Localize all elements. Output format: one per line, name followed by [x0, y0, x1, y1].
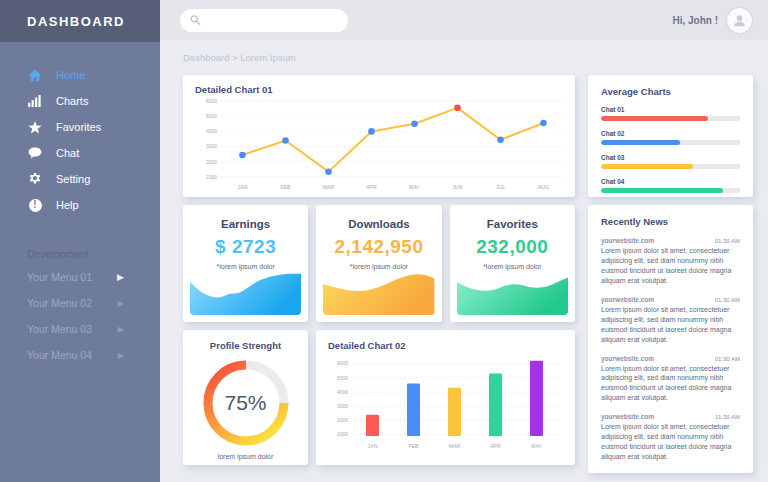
svg-text:6000: 6000: [337, 360, 348, 366]
progress-label: Chat 02: [601, 130, 740, 137]
svg-text:JAN: JAN: [238, 184, 248, 190]
search-box: [180, 9, 348, 32]
progress-bar: [601, 140, 740, 145]
svg-text:JAN: JAN: [368, 443, 378, 449]
svg-text:APR: APR: [366, 184, 377, 190]
main-area: Hi, John ! Dashboard > Lorem Ipsum Detai…: [160, 0, 768, 482]
sidebar-item-help[interactable]: ! Help: [0, 192, 160, 218]
app-title: DASHBOARD: [27, 14, 125, 29]
svg-text:6000: 6000: [206, 98, 217, 104]
sidebar-item-your-menu-01[interactable]: Your Menu 01 ▶: [0, 264, 160, 290]
sidebar-item-label: Home: [56, 69, 85, 81]
recently-news-card: Recently News yourwebsite.com 01:30 AM L…: [588, 205, 753, 473]
sidebar-item-setting[interactable]: Setting: [0, 166, 160, 192]
sidebar-item-your-menu-02[interactable]: Your Menu 02 ▶: [0, 290, 160, 316]
bar-chart-icon: [27, 94, 43, 108]
svg-text:APR: APR: [490, 443, 501, 449]
stat-caption: *lorem ipsum dolor: [350, 263, 408, 270]
chevron-right-icon: ▶: [117, 272, 124, 282]
profile-donut-chart: 75%: [200, 357, 292, 449]
svg-text:MAY: MAY: [531, 443, 542, 449]
news-item: yourwebsite.com 01:30 AM Lorem ipsum dol…: [601, 296, 740, 345]
chevron-right-icon: ▶: [118, 351, 124, 360]
svg-text:4000: 4000: [206, 128, 217, 134]
submenu-label: Your Menu 03: [27, 323, 92, 335]
chevron-right-icon: ▶: [118, 325, 124, 334]
stat-title: Downloads: [348, 218, 409, 230]
progress-bar: [601, 164, 740, 169]
user-greeting: Hi, John !: [672, 15, 718, 26]
progress-row: Chat 03: [601, 154, 740, 169]
chat-bubble-icon: [27, 146, 43, 160]
favorites-card: Favorites 232,000 *lorem ipsum dolor: [450, 205, 575, 322]
progress-row: Chat 04: [601, 178, 740, 193]
progress-label: Chat 03: [601, 154, 740, 161]
svg-text:FEB: FEB: [280, 184, 291, 190]
news-site-link[interactable]: yourwebsite.com: [601, 296, 654, 303]
avatar[interactable]: [727, 8, 752, 33]
sidebar-item-your-menu-04[interactable]: Your Menu 04 ▶: [0, 342, 160, 368]
search-input[interactable]: [201, 14, 338, 27]
breadcrumb: Dashboard > Lorem Ipsum: [183, 52, 753, 63]
progress-bar: [601, 188, 740, 193]
svg-text:2000: 2000: [206, 159, 217, 165]
sidebar-item-label: Charts: [56, 95, 88, 107]
news-time: 01:30 AM: [715, 356, 740, 362]
submenu-label: Your Menu 02: [27, 297, 92, 309]
svg-text:5000: 5000: [337, 375, 348, 381]
stat-caption: *lorem ipsum dolor: [483, 263, 541, 270]
sidebar: DASHBOARD Home Charts Favorites: [0, 0, 160, 482]
earnings-card: Earnings $ 2723 *lorem ipsum dolor: [183, 205, 308, 322]
chart-01-title: Detailed Chart 01: [195, 84, 569, 95]
news-item: yourwebsite.com 01:30 AM Lorem ipsum dol…: [601, 237, 740, 286]
svg-text:FEB: FEB: [408, 443, 419, 449]
sidebar-item-chat[interactable]: Chat: [0, 140, 160, 166]
user-icon: [732, 13, 747, 28]
news-item: yourwebsite.com 01:30 AM Lorem ipsum dol…: [601, 355, 740, 404]
svg-text:3000: 3000: [206, 143, 217, 149]
sidebar-menu: Home Charts Favorites Chat: [0, 62, 160, 218]
progress-label: Chat 01: [601, 106, 740, 113]
stat-value: 232,000: [476, 236, 548, 258]
chevron-right-icon: ▶: [118, 299, 124, 308]
detailed-chart-01-card: Detailed Chart 01 1000200030004000500060…: [183, 75, 575, 197]
news-text: Lorem ipsum dolor sit amet, consectetuer…: [601, 246, 740, 286]
progress-row: Chat 02: [601, 130, 740, 145]
news-site-link[interactable]: yourwebsite.com: [601, 237, 654, 244]
stat-title: Favorites: [487, 218, 538, 230]
sidebar-section-label: Development: [27, 248, 160, 260]
topbar: Hi, John !: [160, 0, 768, 40]
sidebar-item-label: Setting: [56, 173, 90, 185]
svg-text:1000: 1000: [206, 174, 217, 180]
sidebar-item-charts[interactable]: Charts: [0, 88, 160, 114]
svg-text:2000: 2000: [337, 417, 348, 423]
earnings-wave-chart: [190, 271, 301, 315]
svg-text:JUL: JUL: [496, 184, 505, 190]
gear-icon: [27, 172, 43, 186]
average-charts-title: Average Charts: [601, 86, 740, 97]
favorites-wave-chart: [457, 271, 568, 315]
downloads-card: Downloads 2,142,950 *lorem ipsum dolor: [316, 205, 441, 322]
news-site-link[interactable]: yourwebsite.com: [601, 355, 654, 362]
exclamation-circle-icon: !: [27, 198, 43, 212]
sidebar-item-your-menu-03[interactable]: Your Menu 03 ▶: [0, 316, 160, 342]
svg-text:MAR: MAR: [449, 443, 461, 449]
progress-label: Chat 04: [601, 178, 740, 185]
svg-text:3000: 3000: [337, 403, 348, 409]
news-time: 11:30 AM: [715, 414, 740, 420]
sidebar-item-home[interactable]: Home: [0, 62, 160, 88]
svg-text:JUN: JUN: [452, 184, 462, 190]
news-title: Recently News: [601, 216, 740, 227]
news-time: 01:30 AM: [715, 238, 740, 244]
sidebar-item-favorites[interactable]: Favorites: [0, 114, 160, 140]
sidebar-item-label: Help: [56, 199, 79, 211]
stats-row: Earnings $ 2723 *lorem ipsum dolor: [183, 205, 575, 322]
average-charts-card: Average Charts Chat 01 Chat 02 Chat 03: [588, 75, 753, 197]
news-site-link[interactable]: yourwebsite.com: [601, 413, 654, 420]
chart-02-title: Detailed Chart 02: [328, 340, 565, 351]
submenu-label: Your Menu 04: [27, 349, 92, 361]
news-text: Lorem ipsum dolor sit amet, consectetuer…: [601, 364, 740, 404]
profile-title: Profile Strenght: [210, 340, 281, 351]
stat-value: 2,142,950: [334, 236, 423, 258]
stat-caption: *lorem ipsum dolor: [216, 263, 274, 270]
